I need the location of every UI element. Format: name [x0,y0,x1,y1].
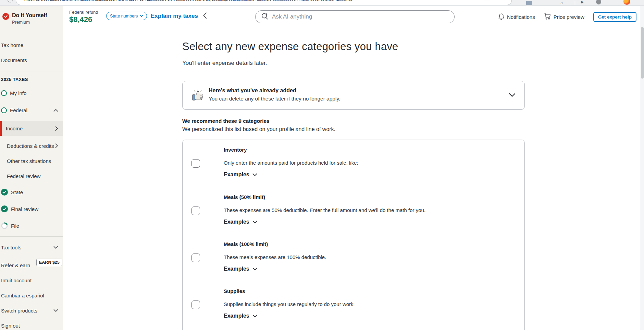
category-checkbox[interactable] [191,254,200,262]
category-list: Inventory Only enter the amounts paid fo… [182,140,525,330]
category-row-meals-100: Meals (100% limit) These meals expenses … [183,234,524,281]
page-scrollbar[interactable] [640,6,644,330]
bookmark-star-icon[interactable]: ☆ [501,0,505,1]
chevron-up-icon [53,109,58,112]
sidebar-item-file[interactable]: File [0,221,63,231]
main-content: Select any new expense categories you ha… [63,28,640,330]
app-header: Federal refund $8,426 State numbers Expl… [63,6,644,28]
progress-ring-icon [1,90,7,96]
sidebar-item-federal[interactable]: Federal [0,105,63,115]
category-row-meals-50: Meals (50% limit) These expenses are 50%… [183,187,524,234]
browser-rewards-icon[interactable] [623,0,630,5]
page-subtitle: You'll enter expense details later. [182,60,267,67]
search-input[interactable] [272,13,454,20]
browser-extension-icon[interactable] [526,1,532,5]
browser-chrome: https://us-west-2.turbotaxonline.intuit.… [0,0,644,6]
sidebar-item-income[interactable]: Income [0,121,63,136]
browser-flag-icon[interactable]: ⚑ [580,0,584,5]
price-preview-button[interactable]: Price preview [544,13,584,21]
recommend-title: We recommend these 9 categories [182,118,270,124]
browser-more-icon[interactable]: ... [485,0,490,1]
category-title: Meals (100% limit) [224,241,268,247]
already-added-accordion[interactable]: Here's what you've already added You can… [182,81,525,110]
chevron-down-icon [252,268,257,271]
browser-url-text: https://us-west-2.turbotaxonline.intuit.… [24,0,480,1]
sidebar-item-deductions-credits[interactable]: Deductions & credits [0,141,63,151]
sidebar-item-documents[interactable]: Documents [0,55,63,65]
federal-refund-label: Federal refund [69,10,98,15]
federal-refund-amount: $8,426 [69,15,92,24]
sidebar-item-tax-tools[interactable]: Tax tools [0,243,63,252]
category-row-partial [183,328,524,330]
sidebar-item-state[interactable]: State [0,187,63,197]
chevron-down-icon [252,173,257,176]
category-title: Meals (50% limit) [224,194,265,200]
chevron-right-icon [55,143,58,148]
thumbs-up-icon [191,89,205,104]
sidebar: Do It Yourself Premium Tax home Document… [0,6,63,330]
check-circle-icon [1,205,8,212]
category-title: Supplies [224,288,245,294]
cart-icon [544,13,551,21]
chevron-down-icon [140,15,143,17]
chevron-down-icon [252,315,257,318]
ask-ai-search[interactable] [255,10,455,23]
already-added-subtitle: You can delete any of these later if the… [209,96,340,102]
category-description: Only enter the amounts paid for products… [224,160,358,166]
notifications-button[interactable]: Notifications [498,13,535,21]
product-name: Do It Yourself [12,12,47,19]
earn-badge[interactable]: EARN $25 [36,259,62,266]
category-description: Supplies include things you use regularl… [224,301,354,307]
category-checkbox[interactable] [191,300,200,309]
category-description: These meals expenses are 100% deductible… [224,254,326,260]
get-expert-help-button[interactable]: Get expert help [593,12,636,22]
sidebar-divider [0,71,63,71]
examples-toggle[interactable]: Examples [224,172,257,178]
check-circle-icon [1,189,8,196]
chevron-down-icon [53,246,58,249]
sidebar-item-sign-out[interactable]: Sign out [0,321,63,330]
chevron-down-icon [53,309,58,312]
logo-check-icon [2,13,9,20]
sidebar-item-final-review[interactable]: Final review [0,204,63,214]
examples-toggle[interactable]: Examples [224,266,257,272]
progress-partial-icon [1,222,8,229]
sidebar-item-refer-earn[interactable]: Refer & earn EARN $25 [0,260,63,270]
sidebar-item-other-tax-situations[interactable]: Other tax situations [0,156,63,166]
product-tier: Premium [12,20,47,25]
category-checkbox[interactable] [191,207,200,215]
examples-toggle[interactable]: Examples [224,219,257,225]
sidebar-divider [0,236,63,237]
browser-bell-icon[interactable]: ⌂ [560,0,563,5]
bell-icon [498,13,505,21]
browser-reload-icon[interactable] [8,0,13,2]
sidebar-item-intuit-account[interactable]: Intuit account [0,275,63,285]
scrollbar-thumb[interactable] [641,27,644,79]
examples-toggle[interactable]: Examples [224,313,257,319]
category-title: Inventory [224,147,247,153]
recommend-subtitle: We personalized this list based on your … [182,126,335,132]
category-checkbox[interactable] [191,159,200,168]
browser-divider [575,1,575,5]
category-row-inventory: Inventory Only enter the amounts paid fo… [183,140,524,187]
chevron-right-icon [55,126,58,131]
already-added-title: Here's what you've already added [209,87,296,94]
chevron-down-icon[interactable] [509,92,516,98]
sidebar-section-2025-taxes: 2025 TAXES [1,77,28,82]
state-numbers-dropdown[interactable]: State numbers [106,12,147,20]
chevron-left-icon[interactable] [203,12,207,20]
category-row-supplies: Supplies Supplies include things you use… [183,281,524,328]
chevron-down-icon [252,221,257,224]
browser-profile-avatar[interactable] [596,0,601,4]
active-indicator [0,121,2,136]
progress-ring-icon [1,107,7,113]
sidebar-item-federal-review[interactable]: Federal review [0,171,63,181]
sidebar-item-switch-products[interactable]: Switch products [0,306,63,315]
sidebar-item-cambiar-espanol[interactable]: Cambiar a español [0,291,63,300]
app-logo: Do It Yourself Premium [2,12,47,25]
browser-address-bar[interactable]: https://us-west-2.turbotaxonline.intuit.… [16,0,512,5]
sidebar-item-tax-home[interactable]: Tax home [0,40,63,50]
sidebar-item-my-info[interactable]: My info [0,88,63,98]
explain-my-taxes-link[interactable]: Explain my taxes [151,13,198,20]
category-description: These expenses are 50% deductible. Enter… [224,207,425,213]
